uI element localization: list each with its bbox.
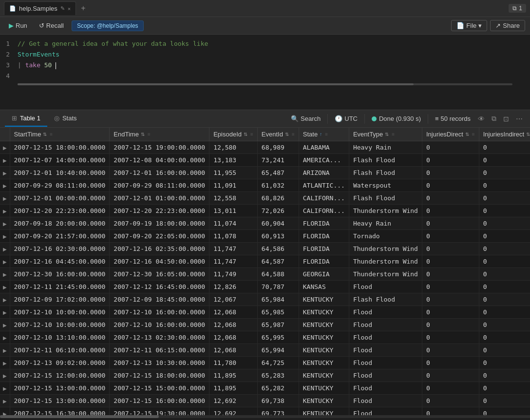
table-row[interactable]: ▶ 2007-12-10 10:00:00.0000 2007-12-10 16… (0, 319, 530, 331)
expand-button[interactable]: ▶ (3, 158, 7, 163)
expand-button[interactable]: ▶ (3, 183, 7, 189)
table-row[interactable]: ▶ 2007-12-10 10:00:00.0000 2007-12-10 16… (0, 306, 530, 319)
col-episodeid[interactable]: EpisodeId ⇅ ≡ (209, 128, 258, 141)
col-endtime[interactable]: EndTime ⇅ ≡ (110, 128, 209, 141)
editor-area[interactable]: 1 // Get a general idea of what your dat… (0, 35, 530, 110)
expand-button[interactable]: ▶ (3, 247, 7, 252)
file-button[interactable]: 📄 File ▾ (451, 20, 487, 31)
scope-badge[interactable]: Scope: @help/Samples (72, 20, 144, 31)
table-row[interactable]: ▶ 2007-12-15 13:00:00.0000 2007-12-15 16… (0, 395, 530, 407)
expand-button[interactable]: ▶ (3, 399, 7, 404)
eventid-filter-icon: ≡ (292, 132, 295, 137)
cell-injuriesdirect: 0 (422, 141, 479, 154)
state-filter-icon: ≡ (325, 132, 328, 137)
cursor (56, 62, 56, 69)
col-eventid[interactable]: EventId ⇅ ≡ (257, 128, 299, 141)
table-row[interactable]: ▶ 2007-12-11 21:45:00.0000 2007-12-12 16… (0, 281, 530, 293)
expand-cell[interactable]: ▶ (0, 281, 10, 293)
cell-starttime: 2007-12-01 10:40:00.0000 (10, 167, 110, 179)
cell-starttime: 2007-12-15 13:00:00.0000 (10, 395, 110, 407)
col-injuriesdirect[interactable]: InjuriesDirect ⇅ ≡ (422, 128, 479, 141)
copy-button[interactable]: ⧉ (489, 113, 499, 124)
table-row[interactable]: ▶ 2007-12-16 02:30:00.0000 2007-12-16 02… (0, 243, 530, 255)
expand-button[interactable]: ▶ (3, 297, 7, 303)
expand-button[interactable]: ▶ (3, 361, 7, 366)
expand-button[interactable]: ▶ (3, 386, 7, 391)
expand-button[interactable]: ▶ (3, 285, 7, 290)
table-row[interactable]: ▶ 2007-09-20 21:57:00.0000 2007-09-20 22… (0, 230, 530, 243)
expand-cell[interactable]: ▶ (0, 243, 10, 255)
expand-cell[interactable]: ▶ (0, 268, 10, 281)
expand-button[interactable]: ▶ (3, 272, 7, 277)
more-button[interactable]: ⋯ (513, 113, 525, 124)
add-tab-button[interactable]: + (77, 2, 89, 15)
utc-button[interactable]: 🕐 UTC (335, 115, 358, 122)
expand-cell[interactable]: ▶ (0, 344, 10, 357)
table-row[interactable]: ▶ 2007-12-09 17:02:00.0000 2007-12-09 18… (0, 293, 530, 306)
share-icon: ↗ (495, 22, 501, 29)
expand-cell[interactable]: ▶ (0, 382, 10, 395)
eye-button[interactable]: 👁 (475, 113, 487, 124)
expand-cell[interactable]: ▶ (0, 395, 10, 407)
editor-scrollbar[interactable] (18, 83, 512, 85)
table-row[interactable]: ▶ 2007-09-29 08:11:00.0000 2007-09-29 08… (0, 179, 530, 192)
close-tab-icon[interactable]: × (68, 6, 71, 12)
table-container[interactable]: StartTime ⇅ ≡ EndTime ⇅ ≡ EpisodeId (0, 128, 530, 418)
table-row[interactable]: ▶ 2007-12-13 09:02:00.0000 2007-12-13 10… (0, 357, 530, 369)
col-injuriesindirect[interactable]: InjuriesIndirect ⇅ ≡ (479, 128, 530, 141)
edit-icon[interactable]: ✎ (60, 5, 65, 12)
table-row[interactable]: ▶ 2007-12-15 18:00:00.0000 2007-12-15 19… (0, 141, 530, 154)
table-row[interactable]: ▶ 2007-12-10 13:10:00.0000 2007-12-13 02… (0, 331, 530, 344)
scrollbar-x[interactable] (0, 415, 530, 418)
expand-button[interactable]: ▶ (3, 171, 7, 176)
expand-cell[interactable]: ▶ (0, 293, 10, 306)
table-row[interactable]: ▶ 2007-12-20 22:23:00.0000 2007-12-20 22… (0, 205, 530, 217)
expand-button[interactable]: ▶ (3, 335, 7, 341)
expand-button[interactable]: ▶ (3, 196, 7, 201)
table-row[interactable]: ▶ 2007-12-30 16:00:00.0000 2007-12-30 16… (0, 268, 530, 281)
table-row[interactable]: ▶ 2007-12-15 12:00:00.0000 2007-12-15 18… (0, 369, 530, 382)
expand-button[interactable]: ▶ (3, 348, 7, 353)
expand-button[interactable]: ▶ (3, 259, 7, 265)
expand-cell[interactable]: ▶ (0, 167, 10, 179)
expand-cell[interactable]: ▶ (0, 369, 10, 382)
expand-cell[interactable]: ▶ (0, 205, 10, 217)
table-row[interactable]: ▶ 2007-12-01 10:40:00.0000 2007-12-01 16… (0, 167, 530, 179)
expand-cell[interactable]: ▶ (0, 154, 10, 167)
expand-cell[interactable]: ▶ (0, 230, 10, 243)
col-eventtype[interactable]: EventType ⇅ ≡ (349, 128, 422, 141)
share-button[interactable]: ↗ Share (490, 20, 525, 31)
expand-cell[interactable]: ▶ (0, 319, 10, 331)
expand-cell[interactable]: ▶ (0, 179, 10, 192)
expand-cell[interactable]: ▶ (0, 192, 10, 205)
expand-button[interactable]: ▶ (3, 323, 7, 328)
col-starttime[interactable]: StartTime ⇅ ≡ (10, 128, 110, 141)
search-button[interactable]: 🔍 Search (291, 115, 321, 122)
run-button[interactable]: ▶ Run (5, 20, 31, 31)
expand-cell[interactable]: ▶ (0, 255, 10, 268)
expand-button[interactable]: ▶ (3, 145, 7, 151)
cell-eventtype: Flash Flood (349, 154, 422, 167)
table-row[interactable]: ▶ 2007-12-16 04:45:00.0000 2007-12-16 04… (0, 255, 530, 268)
expand-cell[interactable]: ▶ (0, 141, 10, 154)
expand-cell[interactable]: ▶ (0, 357, 10, 369)
expand-button[interactable]: ▶ (3, 209, 7, 214)
table-row[interactable]: ▶ 2007-12-11 06:10:00.0000 2007-12-11 06… (0, 344, 530, 357)
expand-cell[interactable]: ▶ (0, 306, 10, 319)
expand-button[interactable]: ▶ (3, 310, 7, 315)
expand-cell[interactable]: ▶ (0, 331, 10, 344)
tab-table1[interactable]: ⊞ Table 1 (5, 111, 47, 127)
table-row[interactable]: ▶ 2007-12-15 13:00:00.0000 2007-12-15 15… (0, 382, 530, 395)
expand-button[interactable]: ▶ (3, 234, 7, 239)
file-tab[interactable]: 📄 help.Samples ✎ × (4, 1, 76, 15)
table-row[interactable]: ▶ 2007-12-01 00:00:00.0000 2007-12-01 01… (0, 192, 530, 205)
expand-button[interactable]: ▶ (3, 373, 7, 379)
table-row[interactable]: ▶ 2007-09-18 20:00:00.0000 2007-09-19 18… (0, 217, 530, 230)
expand-view-button[interactable]: ⊡ (501, 113, 511, 124)
recall-button[interactable]: ↺ Recall (35, 20, 68, 31)
table-row[interactable]: ▶ 2007-12-07 14:00:00.0000 2007-12-08 04… (0, 154, 530, 167)
expand-button[interactable]: ▶ (3, 221, 7, 227)
expand-cell[interactable]: ▶ (0, 217, 10, 230)
tab-stats[interactable]: ◎ Stats (47, 111, 84, 127)
col-state[interactable]: State ↑ ≡ (299, 128, 349, 141)
